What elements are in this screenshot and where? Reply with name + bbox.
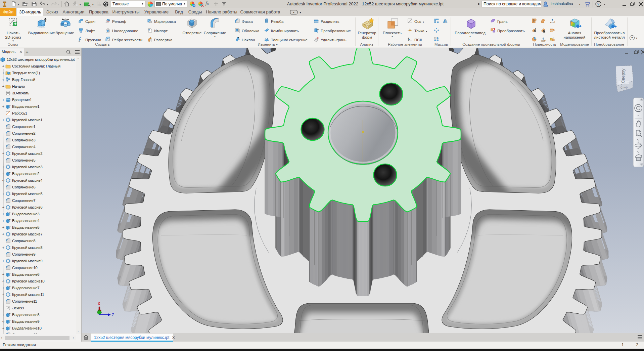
svg-text:Сверху: Сверху (620, 69, 626, 83)
svg-text:Спер.: Спер. (620, 85, 629, 89)
svg-text:Z: Z (112, 313, 114, 317)
svg-text:X: X (98, 302, 100, 306)
